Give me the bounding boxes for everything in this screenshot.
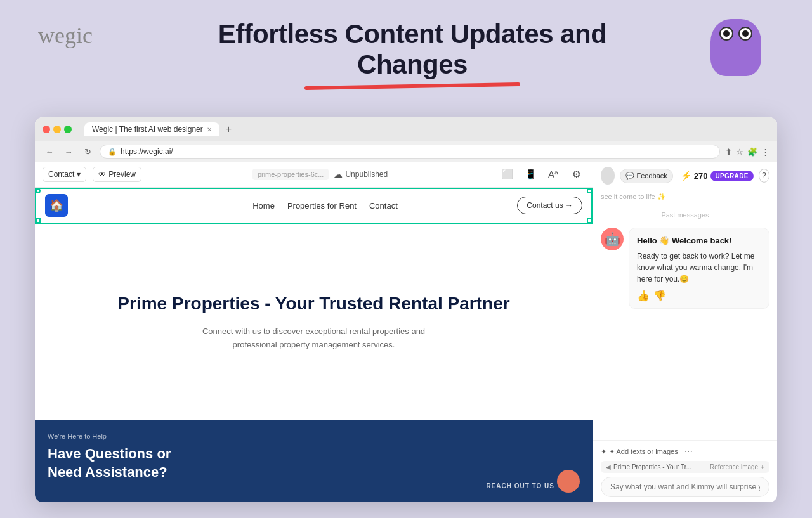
- dark-section: We're Here to Help Have Questions or Nee…: [35, 420, 593, 502]
- browser-address-bar: ← → ↻ 🔒 https://wegic.ai/ ⬆ ☆ 🧩 ⋮: [35, 141, 777, 162]
- browser-content: Contact ▾ 👁 Preview prime-properties-6c.…: [35, 162, 777, 502]
- webpage-area: Contact ▾ 👁 Preview prime-properties-6c.…: [35, 162, 593, 502]
- mobile-view-button[interactable]: 📱: [521, 165, 539, 183]
- chat-panel: 💬 Feedback ⚡ 270 UPGRADE ? see it come t…: [593, 162, 777, 502]
- bookmark-icon[interactable]: ☆: [736, 147, 743, 157]
- traffic-light-red[interactable]: [43, 126, 50, 133]
- thumbs-up-button[interactable]: 👍: [637, 290, 650, 302]
- browser-tab[interactable]: Wegic | The first AI web designer ✕: [84, 122, 219, 136]
- refresh-button[interactable]: ↻: [81, 145, 95, 159]
- message-bubble: Hello 👋 Welcome back! Ready to get back …: [629, 228, 769, 309]
- browser-window: Wegic | The first AI web designer ✕ + ← …: [35, 117, 777, 502]
- chat-header: 💬 Feedback ⚡ 270 UPGRADE ?: [593, 162, 777, 190]
- hero-section: Prime Properties - Your Trusted Rental P…: [35, 224, 593, 420]
- traffic-light-green[interactable]: [64, 126, 72, 133]
- nav-contact[interactable]: Contact: [369, 201, 398, 210]
- page-id: prime-properties-6c...: [252, 169, 329, 180]
- nav-home[interactable]: Home: [252, 201, 275, 210]
- past-messages-label: Past messages: [601, 211, 769, 219]
- main-title: Effortless Content Updates and Changes: [127, 19, 698, 81]
- chat-input[interactable]: [601, 477, 769, 497]
- more-options-button[interactable]: ···: [684, 446, 693, 457]
- ref-arrow-icon: ◀: [606, 463, 611, 470]
- help-button[interactable]: ?: [759, 169, 769, 183]
- site-nav-links: Home Properties for Rent Contact: [252, 201, 398, 210]
- cloud-icon: ☁: [334, 169, 343, 179]
- ref-plus-button[interactable]: +: [761, 463, 764, 470]
- forward-button[interactable]: →: [62, 145, 75, 159]
- desktop-view-button[interactable]: ⬜: [499, 165, 516, 183]
- reach-out-label: REACH OUT TO US: [486, 482, 554, 489]
- menu-icon[interactable]: ⋮: [761, 147, 769, 157]
- feedback-button[interactable]: 💬 Feedback: [620, 169, 673, 183]
- mascot: [710, 19, 774, 89]
- eye-icon: 👁: [98, 170, 106, 179]
- ref-text: Prime Properties - Your Tr...: [613, 463, 707, 470]
- mascot-eyes: [719, 27, 752, 41]
- traffic-lights: [43, 126, 72, 133]
- chat-actions-row: ✦ ✦ Add texts or images ···: [601, 446, 769, 457]
- credit-count: 270: [694, 171, 708, 181]
- lightning-icon: ⚡: [681, 171, 691, 181]
- contact-label: Contact: [48, 170, 74, 179]
- mascot-eye-right: [738, 27, 752, 41]
- upgrade-button[interactable]: UPGRADE: [710, 171, 754, 181]
- preview-button[interactable]: 👁 Preview: [93, 167, 141, 182]
- site-nav-wrapper: 🏠 Home Properties for Rent Contact Conta…: [35, 188, 593, 224]
- tab-bar: Wegic | The first AI web designer ✕ +: [84, 122, 769, 136]
- tab-title: Wegic | The first AI web designer: [92, 125, 203, 134]
- browser-actions: ⬆ ☆ 🧩 ⋮: [725, 147, 769, 157]
- title-underline: [304, 82, 520, 90]
- contact-us-button[interactable]: Contact us →: [517, 197, 582, 214]
- message-body: Ready to get back to work? Let me know w…: [637, 250, 761, 285]
- traffic-light-yellow[interactable]: [53, 126, 61, 133]
- browser-title-bar: Wegic | The first AI web designer ✕ +: [35, 117, 777, 141]
- thumbs-down-button[interactable]: 👎: [653, 290, 666, 302]
- chat-messages: Past messages 🤖 Hello 👋 Welcome back! Re…: [593, 204, 777, 440]
- dark-title: Have Questions or Need Assistance?: [48, 445, 171, 481]
- add-media-button[interactable]: ✦ ✦ Add texts or images: [601, 448, 678, 456]
- text-settings-button[interactable]: Aᵃ: [544, 165, 562, 183]
- message-title: Hello 👋 Welcome back!: [637, 235, 761, 247]
- mascot-eye-left: [719, 27, 733, 41]
- mascot-pupil-left: [723, 30, 730, 37]
- toolbar-right: ⬜ 📱 Aᵃ ⚙: [499, 165, 585, 183]
- settings-button[interactable]: ⚙: [567, 165, 585, 183]
- mascot-pupil-right: [742, 30, 749, 37]
- new-tab-button[interactable]: +: [222, 122, 235, 136]
- hero-subtitle: Connect with us to discover exceptional …: [193, 325, 435, 352]
- address-text: https://wegic.ai/: [121, 147, 173, 156]
- user-avatar: [601, 167, 615, 185]
- nav-properties[interactable]: Properties for Rent: [287, 201, 357, 210]
- top-header: wegic Effortless Content Updates and Cha…: [0, 0, 812, 95]
- contact-menu-button[interactable]: Contact ▾: [43, 167, 86, 182]
- lock-icon: 🔒: [108, 148, 117, 156]
- feedback-icon: 💬: [625, 172, 634, 180]
- mascot-body: [710, 19, 761, 76]
- credit-display: ⚡ 270 UPGRADE: [681, 171, 754, 181]
- extension-icon[interactable]: 🧩: [747, 147, 757, 157]
- address-bar[interactable]: 🔒 https://wegic.ai/: [100, 145, 720, 159]
- kimmy-teaser: see it come to life ✨: [593, 190, 777, 204]
- site-navigation: 🏠 Home Properties for Rent Contact Conta…: [35, 188, 593, 224]
- site-logo: 🏠: [45, 194, 68, 217]
- hero-title: Prime Properties - Your Trusted Rental P…: [117, 292, 509, 315]
- bot-avatar: 🤖: [601, 228, 624, 250]
- back-button[interactable]: ←: [43, 145, 56, 159]
- wegic-logo: wegic: [38, 22, 114, 49]
- message-actions: 👍 👎: [637, 290, 761, 302]
- ref-label: Reference image: [710, 463, 758, 470]
- share-icon[interactable]: ⬆: [725, 147, 732, 157]
- wegic-toolbar: Contact ▾ 👁 Preview prime-properties-6c.…: [35, 162, 593, 188]
- website-preview: 🏠 Home Properties for Rent Contact Conta…: [35, 188, 593, 502]
- dark-section-left: We're Here to Help Have Questions or Nee…: [48, 432, 171, 481]
- chevron-down-icon: ▾: [77, 170, 81, 179]
- message-row: 🤖 Hello 👋 Welcome back! Ready to get bac…: [601, 228, 769, 309]
- tab-close-icon[interactable]: ✕: [207, 126, 212, 133]
- toolbar-center: prime-properties-6c... ☁ Unpublished: [148, 169, 492, 180]
- help-label: We're Here to Help: [48, 432, 171, 440]
- main-title-area: Effortless Content Updates and Changes: [127, 19, 698, 88]
- sparkle-icon: ✦: [601, 448, 606, 456]
- browser-chrome: Wegic | The first AI web designer ✕ + ← …: [35, 117, 777, 162]
- dark-section-avatar: [557, 470, 580, 493]
